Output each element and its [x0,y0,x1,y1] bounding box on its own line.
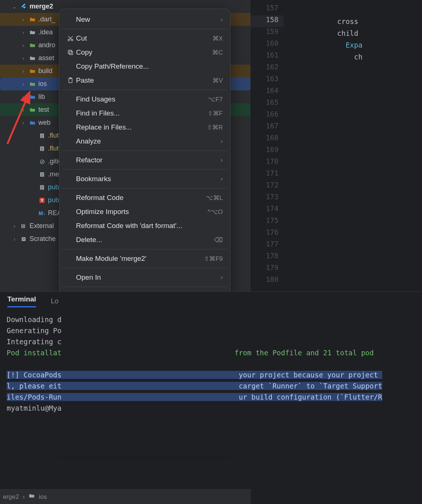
chevron-right-icon: › [23,493,25,501]
line-number: 159 [250,27,284,39]
line-number: 163 [250,75,284,86]
folder-icon [28,493,35,501]
chevron-right-icon: › [221,175,223,183]
folder-icon [29,68,36,75]
code-content: cross child Expa ch [337,4,363,63]
tree-item-label: .dart_ [38,15,55,23]
context-menu-item[interactable]: Open In› [59,270,230,284]
folder-icon [29,16,36,23]
editor-gutter: 1571581591601611621631641651661671681691… [250,4,284,287]
folder-icon [29,55,36,62]
menu-item-label: Reformat Code with 'dart format'... [76,222,223,230]
menu-item-label: Reformat Code [76,194,206,202]
menu-item-label: Open In [76,273,221,282]
annotation-arrow [4,85,41,148]
svg-rect-16 [21,224,22,228]
context-menu-item[interactable]: Refactor› [59,153,230,167]
svg-rect-4 [40,146,44,151]
svg-line-22 [7,92,30,144]
chevron-right-icon: › [221,138,223,145]
line-number: 180 [250,275,284,287]
menu-item-label: New [76,15,221,24]
shortcut-label: ⌘V [212,77,223,84]
breadcrumb[interactable]: erge2 › ios [0,489,251,504]
menu-item-label: Refactor [76,156,221,164]
menu-item-label: Replace in Files... [76,123,207,131]
context-menu-item[interactable]: Find in Files...⇧⌘F [59,106,230,120]
menu-item-label: Copy [76,48,212,56]
line-number: 157 [250,4,284,15]
shortcut-label: ⌘X [212,35,223,42]
chevron-right-icon: › [11,223,18,229]
terminal-output[interactable]: Downloading d Generating Po Integrating … [0,310,422,417]
line-number: 167 [250,122,284,134]
svg-rect-17 [23,224,24,228]
scratches-label: Scratche [30,235,56,243]
context-menu-item[interactable]: Replace in Files...⇧⌘R [59,120,230,134]
tab-other[interactable]: Lo [51,297,59,305]
context-menu-item[interactable]: Copy Path/Reference... [59,59,230,73]
context-menu-item[interactable]: Delete...⌫ [59,233,230,247]
shortcut-label: ⇧⌘R [207,124,223,131]
tree-item-label: .idea [38,28,53,36]
context-menu-item[interactable]: New› [59,13,230,27]
scratches-icon [20,236,27,242]
tab-terminal[interactable]: Terminal [7,295,36,307]
menu-item-label: Paste [76,76,212,84]
line-number: 174 [250,204,284,216]
file-icon: ⊘ [38,158,46,166]
menu-item-label: Copy Path/Reference... [76,62,223,70]
shortcut-label: ^⌥O [208,208,223,216]
context-menu-item[interactable]: Optimize Imports^⌥O [59,205,230,219]
shortcut-label: ⇧⌘F9 [204,255,223,263]
editor[interactable]: 1571581591601611621631641651661671681691… [250,0,422,291]
context-menu-item[interactable]: Bookmarks› [59,172,230,186]
chevron-right-icon: › [20,17,27,23]
line-number: 158 [250,15,284,27]
svg-rect-19 [22,237,26,241]
menu-item-icon [65,77,76,84]
chevron-right-icon: › [221,16,223,23]
menu-item-label: Make Module 'merge2' [76,255,204,263]
svg-rect-18 [24,224,25,228]
context-menu-item[interactable]: Analyze› [59,134,230,148]
context-menu-item[interactable]: Paste⌘V [59,73,230,87]
context-menu-item[interactable]: Make Module 'merge2'⇧⌘F9 [59,252,230,266]
terminal-tabs: Terminal Lo [0,292,422,310]
yaml-icon: Y [38,198,46,203]
chevron-right-icon: › [221,156,223,164]
line-number: 169 [250,145,284,157]
shortcut-label: ⌥F7 [208,96,223,103]
shortcut-icon: ⌫ [214,236,223,244]
tree-item-label: andro [38,41,55,49]
line-number: 162 [250,63,284,75]
context-menu-item[interactable]: Find Usages⌥F7 [59,92,230,106]
menu-item-label: Optimize Imports [76,208,208,216]
line-number: 177 [250,240,284,252]
breadcrumb-segment: ios [39,493,47,501]
context-menu-item[interactable]: Reformat Code with 'dart format'... [59,219,230,233]
chevron-right-icon: › [11,236,18,242]
menu-item-icon [65,49,76,56]
library-icon [20,223,27,229]
line-number: 178 [250,252,284,263]
chevron-right-icon: › [20,42,27,48]
flutter-icon [20,3,27,10]
tree-item-label: build [38,67,52,75]
line-number: 170 [250,157,284,169]
tree-item-label: asset [38,54,54,62]
folder-icon [29,42,36,49]
line-number: 164 [250,86,284,98]
breadcrumb-segment: erge2 [3,493,19,501]
menu-item-label: Find Usages [76,95,208,103]
context-menu-item[interactable]: Reformat Code⌥⌘L [59,191,230,205]
line-number: 175 [250,216,284,228]
line-number: 173 [250,193,284,204]
menu-item-label: Find in Files... [76,109,208,117]
terminal-panel: Terminal Lo Downloading d Generating Po … [0,291,422,454]
file-icon [38,171,46,178]
context-menu-item[interactable]: Copy⌘C [59,45,230,59]
context-menu-item[interactable]: Cut⌘X [59,31,230,45]
folder-icon [29,29,36,36]
line-number: 168 [250,134,284,145]
